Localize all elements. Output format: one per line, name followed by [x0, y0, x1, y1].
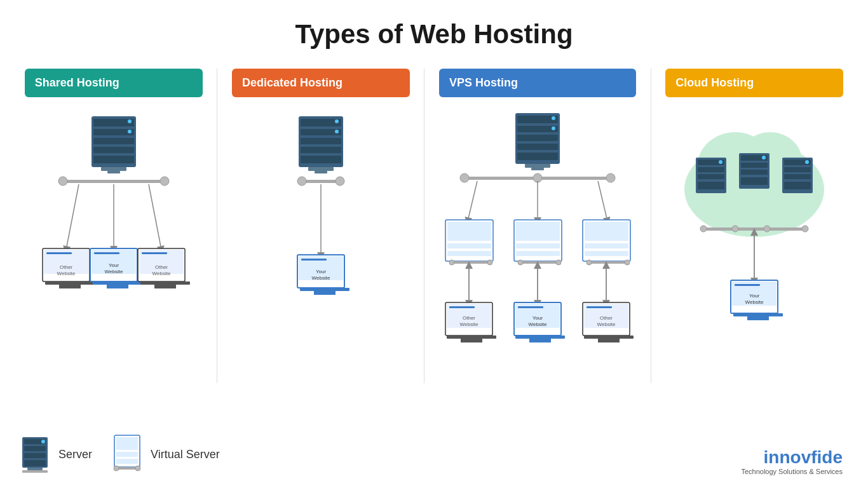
svg-rect-92: [520, 261, 559, 264]
svg-rect-153: [703, 227, 805, 231]
svg-text:Other: Other: [600, 315, 613, 321]
svg-rect-179: [116, 467, 138, 470]
svg-rect-29: [93, 281, 142, 285]
svg-rect-46: [301, 156, 341, 163]
svg-rect-139: [698, 182, 724, 189]
svg-rect-73: [531, 168, 544, 170]
svg-text:Your: Your: [316, 269, 327, 274]
svg-text:Website: Website: [529, 322, 547, 327]
svg-line-80: [598, 181, 607, 221]
legend: Server Virtual Server: [19, 434, 220, 475]
svg-point-87: [487, 260, 492, 265]
svg-text:Website: Website: [57, 271, 75, 276]
svg-point-100: [587, 260, 592, 265]
svg-rect-82: [447, 222, 491, 241]
svg-line-15: [149, 184, 161, 250]
svg-rect-5: [93, 156, 134, 163]
brand-name: innovfide: [741, 447, 843, 468]
svg-point-146: [762, 156, 766, 159]
svg-point-180: [114, 466, 119, 471]
svg-rect-30: [107, 285, 128, 288]
svg-point-157: [802, 226, 808, 232]
svg-rect-173: [27, 468, 43, 470]
svg-line-13: [66, 184, 79, 250]
svg-rect-85: [452, 261, 490, 264]
svg-point-70: [552, 116, 555, 120]
svg-text:Website: Website: [745, 299, 764, 305]
svg-text:Website: Website: [312, 275, 330, 281]
svg-point-140: [719, 160, 722, 164]
svg-rect-42: [301, 119, 341, 126]
svg-point-86: [449, 260, 454, 265]
svg-rect-110: [449, 306, 475, 308]
svg-rect-117: [518, 306, 543, 308]
svg-rect-84: [447, 251, 491, 256]
svg-point-155: [732, 226, 738, 232]
svg-rect-45: [301, 147, 341, 153]
svg-point-101: [625, 260, 630, 265]
svg-rect-9: [107, 171, 120, 173]
svg-point-93: [518, 260, 523, 265]
svg-rect-112: [461, 339, 482, 342]
svg-rect-164: [747, 316, 769, 320]
svg-rect-57: [301, 259, 327, 261]
legend-server-icon: [19, 436, 51, 474]
svg-rect-145: [741, 177, 768, 185]
svg-rect-118: [515, 336, 565, 339]
svg-point-75: [460, 173, 469, 182]
svg-rect-150: [784, 174, 811, 179]
dedicated-hosting-svg: Your Website: [238, 110, 403, 364]
svg-rect-65: [517, 116, 558, 123]
brand-name-highlight: fide: [811, 447, 843, 467]
svg-rect-28: [94, 252, 119, 254]
svg-rect-23: [59, 285, 81, 288]
svg-rect-99: [589, 261, 627, 264]
svg-rect-83: [447, 243, 491, 248]
svg-rect-8: [101, 167, 126, 171]
svg-rect-69: [517, 152, 558, 160]
dedicated-hosting-diagram: Your Website: [232, 110, 410, 364]
svg-rect-44: [301, 138, 341, 144]
svg-rect-36: [140, 281, 190, 285]
svg-rect-91: [516, 251, 560, 256]
cloud-hosting-diagram: Your Website: [665, 110, 843, 364]
svg-rect-89: [516, 222, 560, 241]
svg-rect-162: [735, 284, 760, 286]
svg-text:Other: Other: [60, 264, 72, 270]
svg-rect-174: [22, 470, 48, 473]
svg-rect-1: [93, 119, 134, 126]
svg-point-154: [700, 226, 707, 232]
svg-line-78: [468, 181, 477, 221]
svg-rect-59: [314, 291, 336, 295]
dedicated-hosting-column: Dedicated Hosting: [232, 69, 410, 383]
svg-rect-58: [300, 288, 349, 291]
svg-rect-170: [24, 453, 46, 458]
divider-3: [651, 69, 651, 383]
vps-hosting-badge: VPS Hosting: [439, 69, 636, 97]
svg-point-94: [556, 260, 561, 265]
brand-name-start: innov: [764, 447, 811, 467]
cloud-hosting-column: Cloud Hosting: [665, 69, 843, 383]
divider-2: [424, 69, 424, 383]
svg-text:Your: Your: [532, 315, 543, 321]
svg-rect-67: [517, 135, 558, 141]
svg-point-152: [805, 160, 809, 164]
svg-point-172: [41, 440, 45, 444]
svg-rect-4: [93, 147, 134, 153]
svg-text:Other: Other: [155, 264, 168, 270]
svg-rect-178: [116, 459, 138, 464]
svg-rect-3: [93, 138, 134, 144]
svg-point-71: [552, 126, 555, 130]
vps-hosting-column: VPS Hosting: [439, 69, 636, 383]
cloud-hosting-svg: Your Website: [672, 110, 837, 364]
svg-rect-125: [584, 336, 634, 339]
shared-hosting-badge: Shared Hosting: [25, 69, 203, 97]
legend-server: Server: [19, 436, 92, 474]
svg-rect-49: [308, 167, 334, 171]
svg-rect-35: [142, 252, 167, 254]
columns-container: Shared Hosting: [0, 69, 868, 383]
svg-point-52: [297, 177, 306, 186]
svg-rect-171: [24, 460, 46, 466]
shared-hosting-column: Shared Hosting: [25, 69, 203, 383]
svg-rect-137: [698, 167, 724, 172]
